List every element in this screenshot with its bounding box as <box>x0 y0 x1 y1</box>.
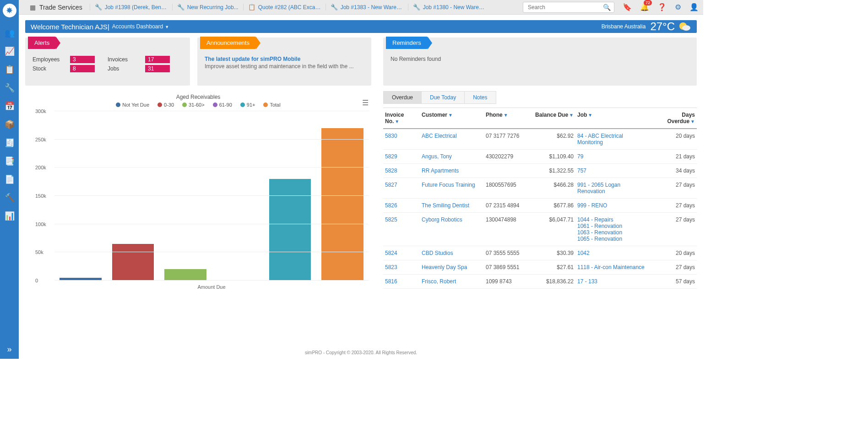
box-icon[interactable]: 📦 <box>5 119 15 130</box>
alert-count: 31 <box>145 65 170 72</box>
tab-label: Job #1383 - New Warehouse fitout (M... <box>341 4 403 11</box>
overdue-table: Invoice No.▼ Customer▼ Phone▼ Balance Du… <box>383 108 697 289</box>
people-icon[interactable]: 👥 <box>5 28 15 38</box>
invoice-link[interactable]: 5829 <box>385 153 397 160</box>
chart-bar[interactable] <box>164 269 206 281</box>
job-link[interactable]: 1118 - Air-con Maintenance <box>577 264 645 270</box>
customer-link[interactable]: RR Apartments <box>422 167 459 174</box>
calendar-icon[interactable]: 📅 <box>5 101 15 111</box>
chart-icon[interactable]: 📊 <box>5 211 15 221</box>
tool-icon[interactable]: 🔧 <box>5 83 15 93</box>
invoice-link[interactable]: 5827 <box>385 182 397 188</box>
col-balance[interactable]: Balance Due▼ <box>530 112 575 124</box>
table-row: 5825Cyborg Robotics1300474898$6,047.7110… <box>383 213 697 246</box>
chart-bar[interactable] <box>112 244 154 281</box>
top-bar: ▦ Trade Services 🔧Job #1398 (Derek, Benj… <box>19 0 703 15</box>
customer-link[interactable]: The Smiling Dentist <box>422 202 469 209</box>
job-link[interactable]: 84 - ABC Electrical Monitoring <box>577 133 623 146</box>
customer-link[interactable]: Angus, Tony <box>422 153 452 160</box>
days-value: 27 days <box>651 264 697 270</box>
user-account-icon[interactable]: 👤 <box>689 3 699 11</box>
alert-label: Employees <box>33 56 70 63</box>
reminders-empty: No Reminders found <box>391 56 689 62</box>
job-link[interactable]: 1065 - Renovation <box>577 236 622 242</box>
job-link[interactable]: 17 - 133 <box>577 278 597 285</box>
invoice-tab[interactable]: Notes <box>464 91 496 104</box>
invoice-link[interactable]: 5824 <box>385 250 397 256</box>
customer-link[interactable]: Frisco, Robert <box>422 278 456 285</box>
invoice-link[interactable]: 5826 <box>385 202 397 209</box>
invoice-link[interactable]: 5830 <box>385 133 397 139</box>
dashboard-selector[interactable]: Accounts Dashboard▼ <box>112 23 169 30</box>
top-tab[interactable]: 🔧Job #1398 (Derek, Benjamin / Jenny... <box>90 4 172 11</box>
chart-bar[interactable] <box>321 128 363 281</box>
alert-row[interactable]: Stock8 <box>33 65 108 72</box>
job-link[interactable]: 1061 - Renovation <box>577 223 622 229</box>
search-icon[interactable]: 🔍 <box>603 4 611 11</box>
customer-link[interactable]: Cyborg Robotics <box>422 216 462 223</box>
invoice-tab[interactable]: Overdue <box>383 91 422 104</box>
job-link[interactable]: 79 <box>577 153 583 160</box>
job-link[interactable]: 991 - 2065 Logan Renovation <box>577 182 620 194</box>
bookmark-icon[interactable]: 🔖 <box>623 3 632 11</box>
legend-item[interactable]: 91+ <box>240 102 255 108</box>
checklist-icon[interactable]: 📑 <box>5 156 15 166</box>
app-logo[interactable]: ✸ <box>3 4 16 17</box>
col-invoice[interactable]: Invoice No.▼ <box>383 112 420 124</box>
job-link[interactable]: 1042 <box>577 250 590 256</box>
wrench-icon[interactable]: 🔨 <box>5 193 15 203</box>
announcement-title[interactable]: The latest update for simPRO Mobile <box>205 56 364 62</box>
col-customer[interactable]: Customer▼ <box>420 112 484 124</box>
alert-label: Stock <box>33 65 70 72</box>
legend-item[interactable]: 61-90 <box>213 102 232 108</box>
document-icon[interactable]: 📄 <box>5 174 15 184</box>
top-tab[interactable]: 🔧Job #1380 - New Warehouse fitout (M... <box>408 4 490 11</box>
settings-icon[interactable]: ⚙ <box>675 3 681 11</box>
top-tab[interactable]: 📋Quote #282 (ABC Excavation / 143 Sy... <box>243 4 326 11</box>
customer-link[interactable]: Heavenly Day Spa <box>422 264 467 270</box>
invoice-tab[interactable]: Due Today <box>421 91 465 104</box>
invoice-link[interactable]: 5828 <box>385 167 397 174</box>
legend-label: 61-90 <box>219 102 232 108</box>
phone-value: 07 3555 5555 <box>484 250 530 256</box>
alert-row[interactable]: Invoices17 <box>108 56 183 63</box>
legend-item[interactable]: 0-30 <box>157 102 174 108</box>
chart-bar[interactable] <box>269 179 311 281</box>
invoice-link[interactable]: 5825 <box>385 216 397 223</box>
legend-item[interactable]: 31-60> <box>182 102 205 108</box>
company-name[interactable]: ▦ Trade Services <box>19 4 90 11</box>
col-job[interactable]: Job▼ <box>575 112 651 124</box>
alert-count: 3 <box>70 56 95 63</box>
job-link[interactable]: 1063 - Renovation <box>577 229 622 236</box>
customer-link[interactable]: ABC Electrical <box>422 133 457 139</box>
invoice-link[interactable]: 5816 <box>385 278 397 285</box>
weather-location: Brisbane Australia <box>602 23 646 30</box>
receipt-icon[interactable]: 🧾 <box>5 138 15 148</box>
notifications-icon[interactable]: 🔔72 <box>640 3 649 11</box>
clipboard-icon[interactable]: 📋 <box>5 65 15 75</box>
alert-row[interactable]: Jobs31 <box>108 65 183 72</box>
activity-icon[interactable]: 📈 <box>5 46 15 56</box>
expand-sidebar-icon[interactable]: » <box>7 340 11 359</box>
legend-label: Total <box>270 102 280 108</box>
chart-x-label: Amount Due <box>54 284 369 290</box>
col-days[interactable]: Days Overdue▼ <box>651 112 697 124</box>
customer-link[interactable]: Future Focus Training <box>422 182 475 188</box>
legend-item[interactable]: Not Yet Due <box>116 102 149 108</box>
job-link[interactable]: 1044 - Repairs <box>577 216 613 223</box>
job-link[interactable]: 757 <box>577 167 586 174</box>
legend-item[interactable]: Total <box>263 102 280 108</box>
top-tab[interactable]: 🔧Job #1383 - New Warehouse fitout (M... <box>326 4 408 11</box>
alert-row[interactable]: Employees3 <box>33 56 108 63</box>
help-icon[interactable]: ❓ <box>657 3 667 11</box>
days-value: 27 days <box>651 182 697 194</box>
chevron-down-icon: ▼ <box>165 25 169 29</box>
chart-menu-icon[interactable]: ☰ <box>362 98 369 107</box>
customer-link[interactable]: CBD Studios <box>422 250 453 256</box>
top-tab[interactable]: 🔧New Recurring Job... <box>172 4 243 11</box>
col-phone[interactable]: Phone▼ <box>484 112 530 124</box>
invoice-link[interactable]: 5823 <box>385 264 397 270</box>
welcome-greeting: Welcome Technician AJS <box>31 23 108 31</box>
search-input[interactable] <box>523 2 614 13</box>
job-link[interactable]: 999 - RENO <box>577 202 607 209</box>
